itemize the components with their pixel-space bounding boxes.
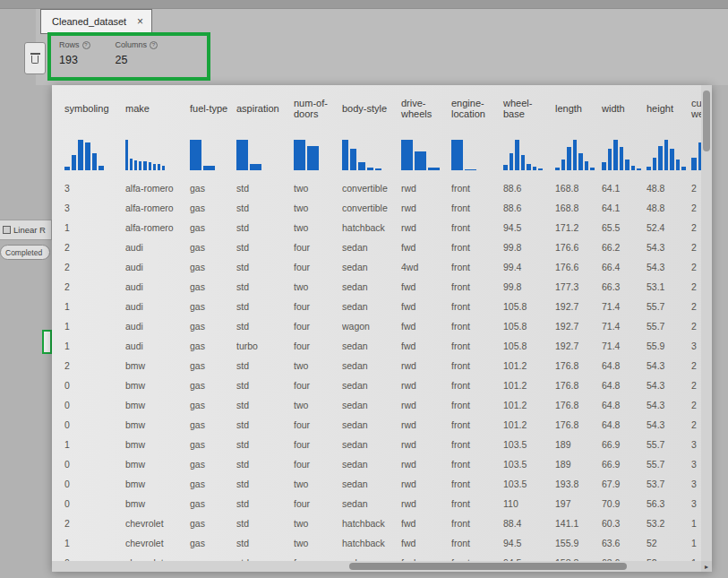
histogram-bar	[613, 140, 618, 170]
histogram-bar	[653, 158, 657, 170]
cell: front	[451, 178, 503, 198]
cell: front	[451, 375, 503, 395]
cell: four	[294, 494, 342, 513]
cell: four	[294, 297, 342, 316]
histogram-bar	[567, 147, 571, 170]
cell: two	[294, 218, 342, 237]
cell: 0	[64, 474, 125, 494]
toolbar-fragment[interactable]	[24, 42, 46, 74]
cell: 176.8	[555, 375, 602, 395]
cell: alfa-romero	[125, 218, 190, 237]
cell: 2	[691, 415, 701, 435]
column-header-curb-weight: curb-weight	[691, 85, 701, 132]
cell: sedan	[342, 375, 401, 395]
cell: 64.8	[602, 375, 647, 395]
cell: rwd	[401, 218, 451, 237]
cell: 64.8	[602, 415, 647, 435]
cell: std	[236, 257, 294, 277]
histogram-bar	[143, 161, 146, 170]
table-row: 3alfa-romerogasstdtwoconvertiblerwdfront…	[64, 178, 701, 198]
cell: four	[294, 237, 342, 257]
tab-cleaned-dataset[interactable]: Cleaned_dataset ×	[40, 9, 152, 34]
pipeline-node-fragment[interactable]: Linear R	[0, 220, 52, 240]
cell: sedan	[342, 257, 401, 277]
column-histogram-curb-weight	[691, 132, 701, 178]
column-header-num-of-doors: num-of-doors	[294, 85, 342, 132]
cell: bmw	[125, 375, 190, 395]
histogram-bar	[533, 167, 537, 170]
grid-body: 3alfa-romerogasstdtwoconvertiblerwdfront…	[64, 178, 701, 561]
cell: 2	[691, 198, 701, 218]
histogram-bar	[375, 168, 381, 170]
histogram-bar	[153, 164, 156, 170]
cell: front	[451, 316, 503, 336]
cell: gas	[190, 435, 236, 454]
cell: audi	[125, 316, 190, 336]
cell: std	[236, 356, 294, 375]
cell: four	[294, 435, 342, 454]
cell: 99.8	[503, 237, 555, 257]
cell: 64.1	[602, 178, 647, 198]
cell: 54.3	[647, 257, 691, 277]
histogram-bar	[307, 146, 319, 170]
cell: two	[294, 533, 342, 553]
column-header-aspiration: aspiration	[236, 85, 294, 132]
column-header-symboling: symboling	[64, 85, 125, 132]
scroll-right-arrow[interactable]: ▸	[701, 561, 712, 572]
cell: 168.8	[555, 198, 602, 218]
cell: 2	[691, 356, 701, 375]
table-row: 1audigasstdfourwagonfwdfront105.8192.771…	[64, 316, 701, 336]
histogram-bar	[625, 160, 630, 170]
cell: gas	[190, 494, 236, 513]
cell: four	[294, 454, 342, 474]
cell: std	[236, 198, 294, 218]
cell: sedan	[342, 435, 401, 454]
table-row: 1alfa-romerogasstdtwohatchbackrwdfront94…	[64, 218, 701, 237]
cell: 3	[64, 178, 125, 198]
histogram-bar	[358, 162, 364, 170]
rows-value: 193	[59, 54, 90, 66]
table-row: 2audigasstdfoursedanfwdfront99.8176.666.…	[64, 237, 701, 257]
cell: 88.6	[503, 178, 555, 198]
cell: sedan	[342, 395, 401, 415]
cell: 193.8	[555, 474, 602, 494]
histogram-bar	[538, 168, 543, 170]
vertical-scrollbar[interactable]	[701, 85, 712, 561]
rows-stat: Rows ? 193	[59, 40, 90, 66]
cell: 53.2	[647, 513, 691, 533]
cell: 2	[64, 277, 125, 297]
cell: 105.8	[503, 336, 555, 356]
table-row: 2chevroletgasstdtwohatchbackfwdfront88.4…	[64, 513, 701, 533]
histogram-bar	[236, 140, 248, 170]
horizontal-scrollbar[interactable]	[52, 561, 701, 572]
tab-close-icon[interactable]: ×	[137, 15, 143, 28]
cell: 197	[555, 494, 602, 513]
histogram-bar	[64, 167, 70, 170]
cell: 55.7	[647, 316, 691, 336]
cell: 63.6	[602, 533, 647, 553]
cell: 53.7	[647, 474, 691, 494]
cell: 94.5	[503, 553, 555, 561]
cell: sedan	[342, 494, 401, 513]
cell: 2	[691, 257, 701, 277]
cell: std	[236, 415, 294, 435]
tab-title: Cleaned_dataset	[52, 16, 132, 27]
cell: bmw	[125, 415, 190, 435]
cell: std	[236, 494, 294, 513]
column-header-height: height	[647, 85, 691, 132]
histogram-bar	[503, 165, 508, 170]
column-header-engine-location: engine-location	[451, 85, 503, 132]
cell: std	[236, 553, 294, 561]
histogram-bar	[134, 160, 137, 170]
cell: 1	[64, 336, 125, 356]
data-preview-panel: symbolingmakefuel-typeaspirationnum-of-d…	[52, 85, 712, 572]
cell: 189	[555, 435, 602, 454]
histogram-bar	[664, 140, 669, 170]
column-histogram-aspiration	[236, 132, 294, 178]
cell: 48.8	[647, 178, 691, 198]
vertical-scrollbar-thumb[interactable]	[703, 91, 710, 151]
cell: 54.3	[647, 375, 691, 395]
horizontal-scrollbar-thumb[interactable]	[349, 563, 627, 570]
histogram-bar	[294, 140, 305, 170]
cell: chevrolet	[125, 553, 190, 561]
